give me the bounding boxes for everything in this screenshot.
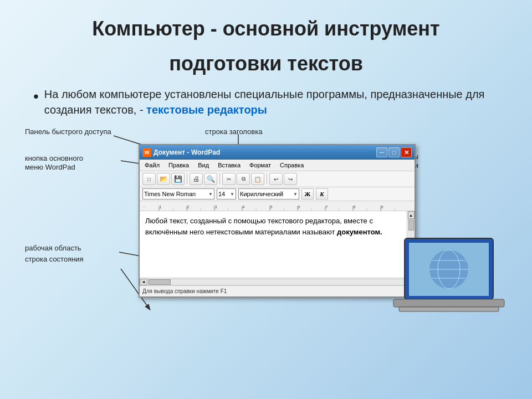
wp-close-btn[interactable]: ✕: [401, 147, 412, 157]
svg-text:4: 4: [242, 204, 245, 209]
wp-new-btn[interactable]: □: [142, 173, 156, 185]
ruler-content: · 1 2 3 4 5 6 7 8 9: [142, 202, 412, 211]
wp-font-select[interactable]: Times New Roman ▼: [142, 188, 214, 200]
wp-menubar: Файл Правка Вид Вставка Формат Справка: [140, 160, 415, 171]
hscroll-thumb[interactable]: [149, 279, 171, 285]
font-dropdown-arrow: ▼: [208, 192, 213, 197]
hscroll-track: [148, 279, 406, 285]
wp-script-select[interactable]: Кириллический ▼: [238, 188, 299, 200]
svg-rect-45: [399, 307, 499, 311]
wp-menu-insert[interactable]: Вставка: [216, 161, 243, 170]
slide-title-line1: Компьютер - основной инструмент: [22, 17, 510, 40]
bullet-highlight: текстовые редакторы: [146, 104, 267, 116]
svg-text:7: 7: [325, 204, 328, 209]
wp-menu-format[interactable]: Формат: [247, 161, 273, 170]
slide-title-line2: подготовки текстов: [22, 52, 510, 75]
wp-controls[interactable]: ─ □ ✕: [376, 147, 412, 157]
size-dropdown-arrow: ▼: [230, 192, 234, 197]
ruler-svg: · 1 2 3 4 5 6 7 8 9: [142, 202, 412, 211]
wp-size-select[interactable]: 14 ▼: [217, 188, 236, 200]
wp-font-name: Times New Roman: [144, 191, 196, 197]
slide-container: Компьютер - основной инструмент подготов…: [0, 0, 532, 399]
svg-text:·: ·: [144, 204, 145, 209]
scroll-up-btn[interactable]: ▲: [408, 211, 415, 219]
wp-cut-btn[interactable]: ✂: [222, 173, 236, 185]
wp-text-content: Любой текст, созданный с помощью текстов…: [145, 216, 401, 237]
wp-font-size: 14: [218, 191, 225, 197]
wp-menu-edit[interactable]: Правка: [166, 161, 191, 170]
wp-undo-btn[interactable]: ↩: [269, 173, 283, 185]
wp-preview-btn[interactable]: 🔍: [204, 173, 217, 185]
svg-text:8: 8: [353, 204, 356, 209]
svg-text:5: 5: [270, 204, 273, 209]
wp-toolbar-sep1: [187, 173, 187, 185]
wp-ruler: · 1 2 3 4 5 6 7 8 9: [140, 201, 415, 211]
bullet-section: • На любом компьютере установлены специа…: [33, 86, 510, 117]
wp-title-text: Документ - WordPad: [154, 149, 220, 156]
wp-redo-btn[interactable]: ↪: [284, 173, 297, 185]
wp-app-icon: W: [142, 148, 151, 157]
script-dropdown-arrow: ▼: [293, 192, 298, 197]
scroll-thumb[interactable]: [408, 219, 414, 231]
annotation-main-menu: кнопка основногоменю WordPad: [25, 154, 83, 171]
wp-toolbar-sep3: [267, 173, 267, 185]
svg-rect-44: [393, 299, 504, 307]
svg-text:3: 3: [214, 204, 217, 209]
svg-text:9: 9: [381, 204, 383, 209]
wp-minimize-btn[interactable]: ─: [376, 147, 387, 157]
wp-hscrollbar[interactable]: ◄ ►: [140, 278, 415, 285]
svg-rect-8: [142, 202, 412, 211]
wp-titlebar: W Документ - WordPad ─ □ ✕: [140, 145, 415, 160]
wp-titlebar-left: W Документ - WordPad: [142, 148, 220, 157]
wp-copy-btn[interactable]: ⧉: [237, 173, 250, 185]
wp-statusbar: Для вывода справки нажмите F1 NU: [140, 285, 415, 296]
wp-toolbar: □ 📂 💾 🖨 🔍 ✂ ⧉ 📋 ↩ ↪: [140, 171, 415, 187]
laptop-svg: [388, 233, 510, 332]
wordpad-window: W Документ - WordPad ─ □ ✕ Файл Правка В…: [139, 144, 416, 298]
wp-paste-btn[interactable]: 📋: [251, 173, 264, 185]
wp-toolbar-sep2: [219, 173, 220, 185]
wp-text-area[interactable]: Любой текст, созданный с помощью текстов…: [140, 211, 407, 278]
bullet-text: На любом компьютере установлены специаль…: [44, 86, 510, 117]
wp-italic-btn[interactable]: К: [316, 188, 328, 200]
wp-menu-file[interactable]: Файл: [142, 161, 162, 170]
wp-bold-btn[interactable]: Ж: [301, 188, 314, 200]
svg-text:1: 1: [159, 204, 162, 209]
annotation-work-area: рабочая областьстрока состояния: [25, 244, 84, 263]
hscroll-left-btn[interactable]: ◄: [140, 279, 147, 285]
wp-menu-view[interactable]: Вид: [196, 161, 211, 170]
annotation-title-bar: строка заголовка: [205, 127, 262, 137]
annotation-quick-access: Панель быстрого доступа: [25, 127, 111, 137]
wp-status-text: Для вывода справки нажмите F1: [142, 288, 227, 294]
wp-menu-help[interactable]: Справка: [278, 161, 306, 170]
wp-script-name: Кириллический: [240, 191, 283, 197]
laptop-illustration: [388, 233, 510, 332]
wp-content-area: Любой текст, созданный с помощью текстов…: [140, 211, 415, 278]
diagram-area: Панель быстрого доступа строка заголовка…: [22, 122, 510, 332]
wp-save-btn[interactable]: 💾: [171, 173, 185, 185]
wp-formatbar: Times New Roman ▼ 14 ▼ Кириллический ▼ Ж…: [140, 187, 415, 201]
svg-text:2: 2: [187, 204, 190, 209]
wp-print-btn[interactable]: 🖨: [190, 173, 203, 185]
svg-text:6: 6: [298, 204, 300, 209]
wp-maximize-btn[interactable]: □: [388, 147, 400, 157]
bullet-symbol: •: [33, 86, 39, 106]
wp-open-btn[interactable]: 📂: [157, 173, 170, 185]
